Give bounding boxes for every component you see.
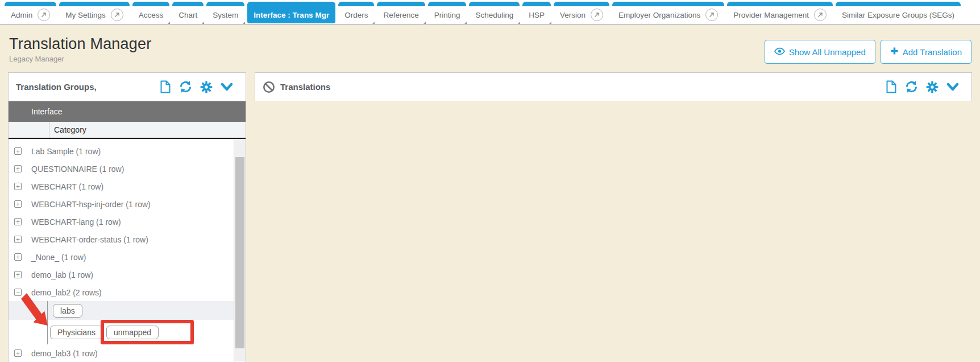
group-row-webchart-hsp-inj-order[interactable]: +WEBCHART-hsp-inj-order (1 row) bbox=[9, 195, 246, 213]
group-row-label: demo_lab (1 row) bbox=[31, 270, 93, 279]
page-subtitle: Legacy Manager bbox=[9, 55, 151, 63]
category-chip-physicians[interactable]: Physicians bbox=[50, 326, 103, 339]
tab-label: Scheduling bbox=[475, 11, 513, 19]
eye-icon bbox=[774, 47, 785, 57]
category-row[interactable]: labs bbox=[9, 301, 246, 320]
add-translation-button[interactable]: Add Translation bbox=[881, 40, 971, 64]
tab-label: Orders bbox=[344, 11, 368, 19]
tab-top-strip bbox=[206, 2, 244, 6]
tab-printing[interactable]: Printing bbox=[428, 2, 467, 23]
tab-label: Printing bbox=[434, 11, 460, 19]
tab-label: Employer Organizations bbox=[618, 11, 700, 19]
tab-hsp[interactable]: HSP bbox=[522, 2, 551, 23]
tree-indent-divider bbox=[47, 301, 48, 344]
expand-icon[interactable]: + bbox=[14, 218, 22, 225]
category-row[interactable]: Physiciansunmapped bbox=[9, 320, 246, 344]
translations-title: Translations bbox=[280, 82, 330, 92]
tab-label: Interface : Trans Mgr bbox=[254, 11, 329, 19]
category-chip-labs[interactable]: labs bbox=[53, 304, 82, 318]
group-row-label: WEBCHART-lang (1 row) bbox=[31, 217, 121, 227]
vertical-scrollbar[interactable] bbox=[234, 139, 246, 361]
category-header-row: Category bbox=[9, 122, 246, 139]
tab-system[interactable]: System bbox=[206, 2, 244, 23]
group-row-none[interactable]: +_None_ (1 row) bbox=[9, 248, 246, 266]
group-row-demo-lab2[interactable]: −demo_lab2 (2 rows) bbox=[9, 283, 246, 301]
expand-icon[interactable]: + bbox=[14, 349, 22, 357]
gear-icon[interactable] bbox=[926, 81, 939, 93]
external-link-icon[interactable] bbox=[814, 9, 827, 21]
collapse-icon[interactable]: − bbox=[14, 289, 22, 296]
external-link-icon[interactable] bbox=[591, 9, 603, 21]
group-row-label: WEBCHART (1 row) bbox=[31, 182, 103, 191]
external-link-icon[interactable] bbox=[111, 9, 123, 21]
group-row-demo-lab[interactable]: +demo_lab (1 row) bbox=[9, 266, 246, 283]
group-row-label: _None_ (1 row) bbox=[31, 253, 86, 262]
translations-header: Translations bbox=[255, 73, 971, 101]
category-column-header: Category bbox=[9, 125, 86, 134]
group-row-label: WEBCHART-hsp-inj-order (1 row) bbox=[31, 200, 151, 209]
tab-top-strip bbox=[172, 2, 204, 6]
tab-top-strip bbox=[727, 2, 833, 6]
tab-top-strip bbox=[132, 2, 170, 6]
group-row-label: QUESTIONNAIRE (1 row) bbox=[31, 164, 124, 174]
group-row-lab-sample[interactable]: +Lab Sample (1 row) bbox=[9, 142, 246, 160]
scrollbar-thumb[interactable] bbox=[235, 157, 244, 348]
tab-label: System bbox=[213, 11, 238, 19]
new-document-icon[interactable] bbox=[886, 80, 897, 93]
tab-top-strip bbox=[338, 2, 374, 6]
tab-my-settings[interactable]: My Settings bbox=[59, 2, 130, 23]
tab-label: Version bbox=[560, 11, 585, 19]
expand-icon[interactable]: + bbox=[14, 236, 22, 243]
expand-icon[interactable]: + bbox=[14, 147, 22, 155]
tab-reference[interactable]: Reference bbox=[377, 2, 425, 23]
tab-similar-exposure-groups-segs[interactable]: Similar Exposure Groups (SEGs) bbox=[836, 2, 961, 23]
tab-version[interactable]: Version bbox=[554, 2, 609, 23]
expand-icon[interactable]: + bbox=[14, 271, 22, 278]
tab-label: Admin bbox=[11, 11, 32, 19]
translation-groups-panel: Translation Groups, Interface Category +… bbox=[8, 72, 246, 362]
chevron-down-icon[interactable] bbox=[221, 83, 233, 92]
group-row-label: demo_lab2 (2 rows) bbox=[31, 288, 102, 297]
chevron-down-icon[interactable] bbox=[946, 83, 959, 92]
expand-icon[interactable]: + bbox=[14, 253, 22, 261]
group-row-label: demo_lab3 (1 row) bbox=[31, 349, 98, 358]
tab-top-strip bbox=[554, 2, 609, 6]
tab-top-strip bbox=[612, 2, 724, 6]
external-link-icon[interactable] bbox=[38, 9, 50, 21]
category-chip-unmapped[interactable]: unmapped bbox=[106, 326, 159, 339]
refresh-icon[interactable] bbox=[905, 80, 918, 93]
refresh-icon[interactable] bbox=[179, 80, 192, 93]
tab-top-strip bbox=[247, 2, 335, 6]
group-row-demo-lab3[interactable]: +demo_lab3 (1 row) bbox=[9, 344, 246, 361]
tab-label: Access bbox=[139, 11, 164, 19]
expand-icon[interactable]: + bbox=[14, 165, 22, 172]
translation-groups-header-icons bbox=[160, 80, 236, 93]
page-title: Translation Manager bbox=[9, 35, 151, 53]
group-row-webchart[interactable]: +WEBCHART (1 row) bbox=[9, 178, 246, 195]
tab-scheduling[interactable]: Scheduling bbox=[469, 2, 520, 23]
show-all-unmapped-button[interactable]: Show All Unmapped bbox=[765, 40, 875, 64]
group-row-webchart-lang[interactable]: +WEBCHART-lang (1 row) bbox=[9, 213, 246, 231]
gear-icon[interactable] bbox=[200, 81, 213, 93]
new-document-icon[interactable] bbox=[160, 80, 171, 93]
tab-label: Provider Management bbox=[733, 11, 809, 19]
page-header: Translation Manager Legacy Manager bbox=[9, 35, 151, 63]
group-row-webchart-order-status[interactable]: +WEBCHART-order-status (1 row) bbox=[9, 231, 246, 248]
expand-icon[interactable]: + bbox=[14, 183, 22, 190]
tab-access[interactable]: Access bbox=[132, 2, 170, 23]
tab-provider-management[interactable]: Provider Management bbox=[727, 2, 833, 23]
tab-top-strip bbox=[59, 2, 130, 6]
translations-panel: Translations bbox=[255, 72, 972, 101]
tab-orders[interactable]: Orders bbox=[338, 2, 374, 23]
tab-top-strip bbox=[469, 2, 520, 6]
add-translation-label: Add Translation bbox=[903, 47, 962, 57]
expand-icon[interactable]: + bbox=[14, 200, 22, 208]
tab-interface-trans-mgr[interactable]: Interface : Trans Mgr bbox=[247, 2, 335, 23]
external-link-icon[interactable] bbox=[705, 9, 718, 21]
tab-employer-organizations[interactable]: Employer Organizations bbox=[612, 2, 724, 23]
ban-icon bbox=[263, 81, 275, 93]
tab-chart[interactable]: Chart bbox=[172, 2, 204, 23]
group-row-questionnaire[interactable]: +QUESTIONNAIRE (1 row) bbox=[9, 160, 246, 178]
tab-admin[interactable]: Admin bbox=[5, 2, 56, 23]
translations-header-icons bbox=[886, 80, 962, 93]
